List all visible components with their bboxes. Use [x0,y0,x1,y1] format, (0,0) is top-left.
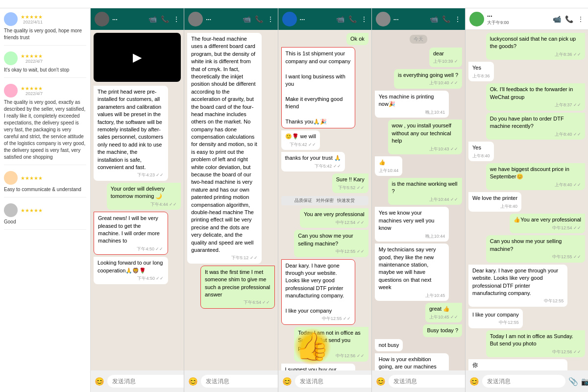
msg-5-13: 你 I suggest you buy our machines and con… [468,359,567,370]
msg-time: 下午6:54 ✓✓ [205,299,270,306]
msg-text: You are very professional [304,211,365,218]
emoji-icon-3[interactable]: 😊 [282,377,292,386]
msg-text: dear [433,50,458,57]
msg-3-5: Sure !! Kary 下午5:52 ✓✓ [332,173,368,193]
msg-time: 上午10:43 ✓✓ [392,146,459,152]
emoji-icon-4[interactable]: 😊 [376,377,386,386]
msg-text: Can you show me your selling machine? [490,238,581,253]
avatar-5 [469,12,484,26]
chat-input-4[interactable] [389,375,466,388]
more-icon-4[interactable]: ⋮ [454,15,461,23]
attach-icon-5[interactable]: 📎 [568,377,578,386]
camera-icon-5[interactable]: 📷 [581,377,588,386]
review-text: The quality is very good, hope more frie… [4,27,86,41]
review-text: Easy to communicate & understand [4,186,86,193]
contact-name-4: ··· [393,16,427,23]
review-text: Good [4,219,86,225]
msg-time: 中午12:55 [472,298,564,304]
msg-time: 中午12:54 ✓✓ [514,225,581,231]
video-icon-1[interactable]: 📹 [148,15,157,23]
more-icon-3[interactable]: ⋮ [361,15,368,23]
msg-time: 晚上10:41 [379,109,445,116]
chat-input-1[interactable] [107,375,184,388]
msg-time: 上午10:40 ✓✓ [398,80,458,86]
chat-input-2[interactable] [201,375,278,388]
review-item: ★★★★★ Easy to communicate & understand [4,171,86,197]
review-avatar [4,203,18,217]
msg-text: It was the first time I met someone shim… [205,269,270,299]
chat-header-5: ··· 大于午9:00 📹 📞 ⋮ [466,8,588,30]
review-avatar [4,84,18,98]
chat-input-5[interactable] [482,375,565,388]
msg-time: 下午4:23 ✓✓ [98,172,164,178]
msg-time: 上午10:45 ✓✓ [429,314,458,320]
msg-4-12: How is your exhibition going, are our ma… [375,353,449,370]
msg-text: Ok. I'll feedback to the forwarder in We… [490,86,581,101]
call-icon-5[interactable]: 📞 [565,15,573,23]
call-icon-3[interactable]: 📞 [348,15,357,23]
review-item: ★★★★★ 2022/4/7 It's okay to wait, but do… [4,51,86,78]
msg-time: 上午8:40 [472,153,490,159]
chat-input-bar-4: 😊 📎 📷 🎤 [372,370,465,392]
msg-text: Yes [472,144,490,151]
msg-3-3: 🙂🌹 we will 下午5:42 ✓✓ [281,130,320,150]
emoji-icon-1[interactable]: 😊 [95,377,104,386]
review-stars: ★★★★★ [21,208,43,213]
review-avatar [4,12,18,26]
call-icon-1[interactable]: 📞 [161,15,169,23]
msg-text: The print head were pre-installed for cu… [98,88,164,171]
reviews-list: ★★★★★ 2022/4/11 The quality is very good… [0,8,90,392]
avatar-3 [282,12,297,26]
chat-input-3[interactable] [295,375,372,388]
video-icon-2[interactable]: 📹 [243,15,251,23]
msg-3-4: thanks for your trust 🙏 下午5:42 ✓✓ [281,152,345,172]
contact-name-2: ··· [206,16,239,23]
emoji-icon-5[interactable]: 😊 [469,377,479,386]
msg-text: Today I am not in office as Sunday. But … [490,333,581,348]
msg-5-5: Yes 上午8:40 [468,142,494,161]
msg-text: Today I am not in office as Sunday. But … [298,329,365,352]
chat-messages-3: Ok ok This is 1st shipment your company … [278,30,371,370]
more-icon-2[interactable]: ⋮ [267,15,274,23]
video-icon-3[interactable]: 📹 [336,15,344,23]
more-icon-1[interactable]: ⋮ [173,15,180,23]
msg-text: Dear kary. I have gone through your webs… [472,267,564,297]
msg-3-8: Dear kary. I have gone through your webs… [281,259,356,325]
msg-time: 下午5:42 ✓✓ [285,142,316,148]
reviews-panel: ★★★★★ 2022/4/11 The quality is very good… [0,8,91,392]
video-preview-1: ▶ [94,33,181,82]
msg-text: Do you have plan to order DTF machine re… [490,115,581,130]
call-icon-4[interactable]: 📞 [442,15,450,23]
msg-1-3: Great news! I will be very pleased to ge… [94,212,168,255]
msg-time: 下午4:50 ✓✓ [98,275,164,282]
review-date: 2022/4/7 [21,59,43,64]
chat-panel-4: ··· 📹 📞 ⋮ 今天 dear 上午10:39 ✓ is everythin… [372,8,466,392]
msg-text: I like your company [472,311,519,318]
msg-4-4: wow , you install yourself without any o… [388,120,463,154]
review-user: ★★★★★ [4,171,86,185]
right-panel: ··· 大于午9:00 📹 📞 ⋮ luckyconsol said that … [466,8,588,392]
chat-input-bar-5: 😊 📎 📷 ▶ [466,370,588,392]
msg-time: 中午12:56 ✓✓ [490,349,581,355]
msg-text: How is your exhibition going, are our ma… [379,356,445,370]
msg-text: thanks for your trust 🙏 [285,154,341,162]
msg-text: Can you show me your selling machine? [298,232,365,247]
chat-messages-2: The four-head machine uses a different b… [184,30,277,370]
msg-3-6: You are very professional 中午12:54 ✓✓ [300,208,368,228]
msg-text: Ok ok [350,35,365,43]
video-icon-4[interactable]: 📹 [430,15,438,23]
review-item: ★★★★★ 2022/4/7 The quality is very good,… [4,84,86,165]
call-icon-2[interactable]: 📞 [255,15,263,23]
review-stars: ★★★★★ [21,175,43,181]
emoji-icon-2[interactable]: 😊 [188,377,198,386]
msg-time: 下午5:52 ✓✓ [336,185,365,191]
msg-4-2: is everything going well ? 上午10:40 ✓✓ [394,69,462,89]
video-icon-5[interactable]: 📹 [553,15,561,23]
msg-2-1: The four-head machine uses a different b… [187,33,262,264]
review-avatar [4,51,18,65]
avatar-4 [376,12,391,26]
msg-3-10: I suggest you buy our machines and consu… [281,364,356,370]
more-icon-5[interactable]: ⋮ [577,15,584,23]
msg-time: 上午10:39 ✓ [433,58,458,65]
review-user: ★★★★★ [4,203,86,217]
